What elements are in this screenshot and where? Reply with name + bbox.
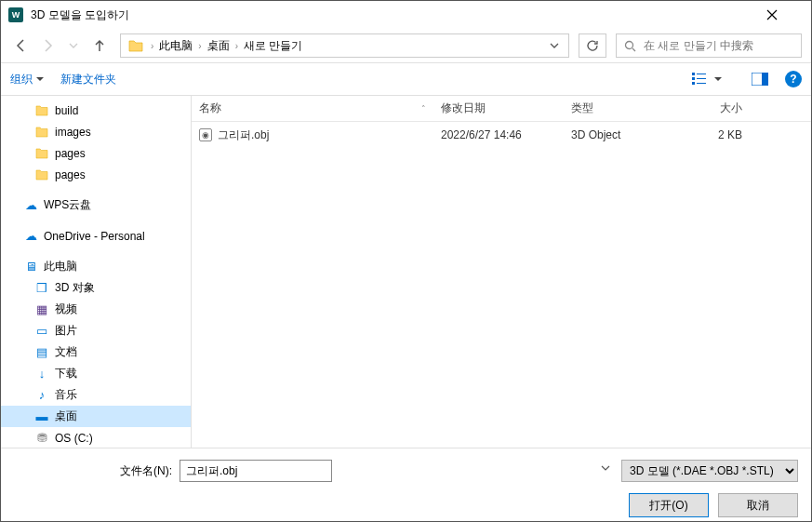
folder-icon xyxy=(34,105,49,116)
folder-icon xyxy=(128,39,143,52)
title-bar: W 3D 모델을 도입하기 xyxy=(1,1,811,29)
sidebar-label: images xyxy=(55,126,91,139)
doc-icon: ▤ xyxy=(34,345,49,359)
preview-pane-button[interactable] xyxy=(752,73,768,86)
sidebar-item-folder[interactable]: pages xyxy=(1,142,191,164)
chevron-right-icon: › xyxy=(235,41,238,51)
sidebar-label: OneDrive - Personal xyxy=(44,230,145,243)
breadcrumb-item[interactable]: 새로 만들기 xyxy=(242,38,304,54)
music-icon: ♪ xyxy=(34,388,49,402)
nav-bar: › 此电脑 › 桌面 › 새로 만들기 在 새로 만들기 中搜索 xyxy=(1,29,811,62)
file-type-filter[interactable]: 3D 모델 (*.DAE *.OBJ *.STL) xyxy=(621,460,798,482)
sidebar-item-music[interactable]: ♪音乐 xyxy=(1,384,191,406)
cloud-icon: ☁ xyxy=(23,198,38,212)
new-folder-button[interactable]: 新建文件夹 xyxy=(60,72,116,87)
obj-file-icon: ◉ xyxy=(199,128,212,141)
sidebar-item-wps[interactable]: ☁ WPS云盘 xyxy=(1,194,191,216)
preview-icon xyxy=(752,73,768,86)
up-button[interactable] xyxy=(88,34,111,57)
svg-rect-3 xyxy=(692,82,695,85)
column-name[interactable]: 名称 ˄ xyxy=(192,100,433,116)
search-icon xyxy=(624,40,636,52)
file-name: 그리퍼.obj xyxy=(218,127,269,143)
footer: 文件名(N): 3D 모델 (*.DAE *.OBJ *.STL) 打开(O) … xyxy=(1,448,811,522)
sidebar-label: 音乐 xyxy=(55,387,77,403)
file-date: 2022/6/27 14:46 xyxy=(433,128,564,141)
folder-icon xyxy=(34,148,49,159)
cancel-button[interactable]: 取消 xyxy=(718,493,798,517)
sidebar-item-thispc[interactable]: 🖥 此电脑 xyxy=(1,256,191,277)
video-icon: ▦ xyxy=(34,302,49,316)
pic-icon: ▭ xyxy=(34,324,49,338)
sidebar-label: 下载 xyxy=(55,366,77,381)
close-icon xyxy=(766,9,778,20)
arrow-left-icon xyxy=(14,38,29,53)
file-row[interactable]: ◉그리퍼.obj2022/6/27 14:463D Object2 KB xyxy=(192,122,811,148)
app-icon: W xyxy=(8,7,23,22)
refresh-button[interactable] xyxy=(579,33,606,58)
sidebar-label: 视频 xyxy=(55,301,77,317)
sidebar-item-drive[interactable]: ⛃OS (C:) xyxy=(1,427,191,448)
column-size[interactable]: 大小 xyxy=(666,100,750,116)
body-area: buildimagespagespages ☁ WPS云盘 ☁ OneDrive… xyxy=(1,96,811,448)
sidebar-label: 图片 xyxy=(55,323,77,339)
cloud-icon: ☁ xyxy=(23,229,38,243)
svg-rect-2 xyxy=(692,77,695,80)
details-view-icon xyxy=(692,73,711,86)
sidebar-item-dl[interactable]: ↓下载 xyxy=(1,363,191,384)
sidebar-item-folder[interactable]: images xyxy=(1,121,191,142)
sidebar-label: WPS云盘 xyxy=(44,197,91,213)
monitor-icon: 🖥 xyxy=(23,260,38,274)
svg-point-0 xyxy=(626,41,633,48)
drive-icon: ⛃ xyxy=(34,431,49,445)
toolbar: 组织 新建文件夹 ? xyxy=(1,62,811,96)
sidebar-item-doc[interactable]: ▤文档 xyxy=(1,341,191,363)
close-button[interactable] xyxy=(766,9,804,20)
breadcrumb[interactable]: › 此电脑 › 桌面 › 새로 만들기 xyxy=(120,33,569,58)
sidebar-item-folder[interactable]: build xyxy=(1,100,191,121)
sidebar-item-obj3d[interactable]: ❒3D 对象 xyxy=(1,277,191,299)
file-list-header: 名称 ˄ 修改日期 类型 大小 xyxy=(192,96,811,122)
sidebar-label: 桌面 xyxy=(55,408,77,424)
sidebar-item-onedrive[interactable]: ☁ OneDrive - Personal xyxy=(1,225,191,247)
sidebar-label: pages xyxy=(55,147,86,160)
file-type: 3D Object xyxy=(564,128,666,141)
back-button[interactable] xyxy=(10,34,33,57)
filename-label: 文件名(N): xyxy=(14,463,172,479)
dl-icon: ↓ xyxy=(34,367,49,381)
search-placeholder: 在 새로 만들기 中搜索 xyxy=(644,38,753,54)
help-icon: ? xyxy=(790,73,796,86)
chevron-right-icon: › xyxy=(198,41,201,51)
column-date[interactable]: 修改日期 xyxy=(433,100,564,116)
sidebar-item-folder[interactable]: pages xyxy=(1,164,191,185)
refresh-icon xyxy=(586,39,599,52)
sidebar-label: 此电脑 xyxy=(44,259,77,274)
breadcrumb-dropdown[interactable] xyxy=(544,41,565,50)
sidebar-label: build xyxy=(55,104,78,117)
search-input[interactable]: 在 새로 만들기 中搜索 xyxy=(616,33,802,58)
chevron-down-icon xyxy=(36,75,44,83)
organize-label: 组织 xyxy=(10,72,33,87)
new-folder-label: 新建文件夹 xyxy=(60,72,116,87)
breadcrumb-item[interactable]: 此电脑 xyxy=(157,38,194,54)
filename-input[interactable] xyxy=(180,460,332,482)
column-type[interactable]: 类型 xyxy=(564,100,666,116)
recent-button[interactable] xyxy=(62,34,85,57)
sort-indicator-icon: ˄ xyxy=(421,104,426,114)
open-button[interactable]: 打开(O) xyxy=(629,493,709,517)
chevron-down-icon xyxy=(714,75,722,83)
svg-rect-1 xyxy=(692,73,695,75)
sidebar-item-video[interactable]: ▦视频 xyxy=(1,299,191,320)
chevron-down-icon xyxy=(69,41,78,50)
svg-rect-4 xyxy=(697,74,706,74)
breadcrumb-item[interactable]: 桌面 xyxy=(206,38,232,54)
view-mode-button[interactable] xyxy=(692,73,722,86)
arrow-up-icon xyxy=(92,38,107,53)
sidebar-item-desk[interactable]: ▬桌面 xyxy=(1,406,191,427)
forward-button[interactable] xyxy=(36,34,59,57)
help-button[interactable]: ? xyxy=(785,71,802,87)
svg-rect-5 xyxy=(697,78,706,79)
organize-button[interactable]: 组织 xyxy=(10,72,44,87)
sidebar-item-pic[interactable]: ▭图片 xyxy=(1,320,191,341)
chevron-down-icon xyxy=(550,41,559,50)
